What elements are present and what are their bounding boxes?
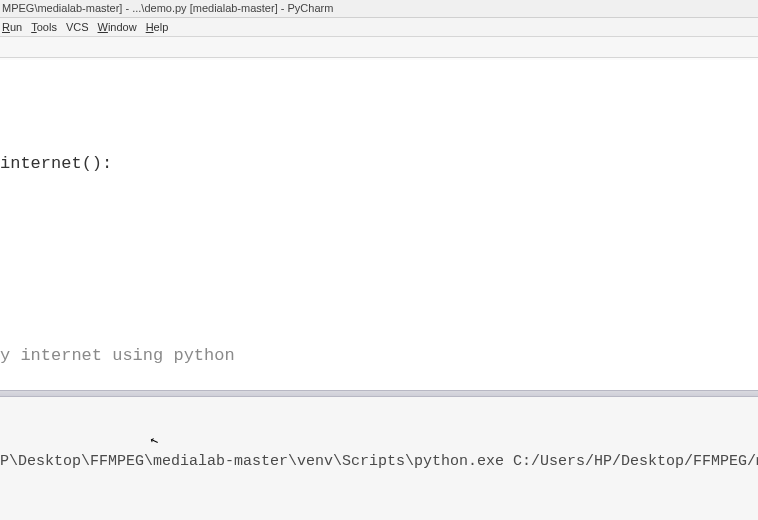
toolbar [0,37,758,58]
code-editor[interactable]: internet(): y internet using python urn:… [0,60,758,390]
mouse-cursor-icon: ↖ [146,428,161,452]
menubar: Run Tools VCS Window Help [0,18,758,37]
menu-run[interactable]: Run [2,18,22,36]
run-panel-divider[interactable] [0,390,758,397]
console-line: P\Desktop\FFMPEG\medialab-master\venv\Sc… [0,451,758,473]
code-line-doc1: y internet using python [0,344,758,368]
menu-tools[interactable]: Tools [31,18,57,36]
fn-name: internet [0,154,82,173]
window-title: MPEG\medialab-master] - ...\demo.py [med… [2,2,333,14]
code-area: internet(): y internet using python urn:… [0,60,758,390]
menu-window[interactable]: Window [98,18,137,36]
code-line-blank [0,248,758,272]
run-console[interactable]: P\Desktop\FFMPEG\medialab-master\venv\Sc… [0,397,758,520]
menu-help[interactable]: Help [146,18,169,36]
menu-vcs[interactable]: VCS [66,18,89,36]
window-titlebar: MPEG\medialab-master] - ...\demo.py [med… [0,0,758,18]
code-line: internet(): [0,152,758,176]
